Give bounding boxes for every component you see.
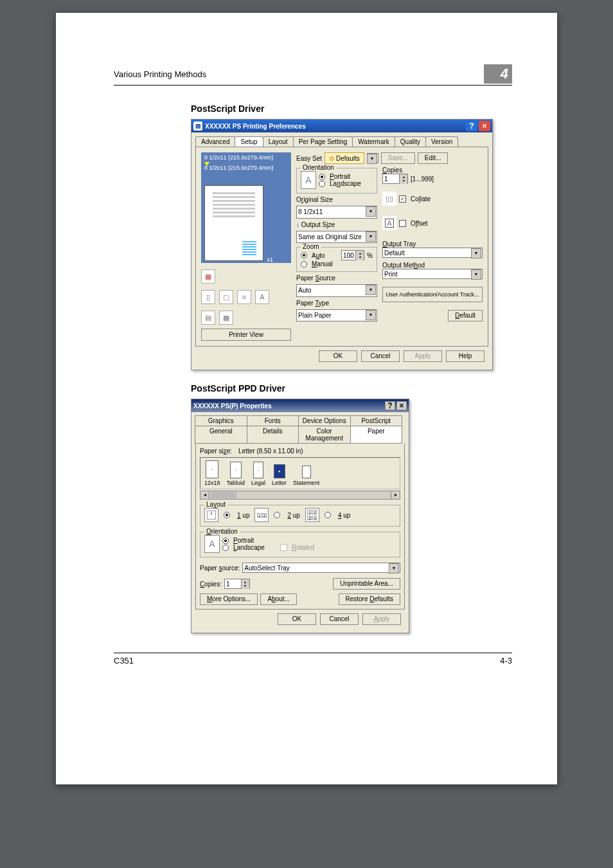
size-tabloid[interactable]: ·Tabloid [227, 462, 245, 486]
section-title-1: PostScript Driver [191, 104, 512, 114]
tab-paper[interactable]: Paper [350, 426, 403, 444]
tab-details[interactable]: Details [247, 426, 299, 444]
down-arrow-icon [204, 162, 209, 166]
paper-source-select-2[interactable]: AutoSelect Tray [242, 563, 400, 573]
preview-icon-7[interactable]: ▦ [219, 311, 233, 325]
tab-layout[interactable]: Layout [263, 136, 294, 147]
paper-type-label: Paper Type [296, 300, 377, 307]
zoom-spinner[interactable]: 100 [341, 250, 364, 260]
preview-icon-3[interactable]: ▢ [219, 290, 233, 304]
nup-2-icon: 12 [254, 508, 269, 522]
close-icon[interactable]: × [479, 121, 490, 131]
zoom-legend: Zoom [301, 243, 321, 250]
unprintable-button[interactable]: Unprintable Area... [333, 578, 400, 590]
save-button[interactable]: Save... [381, 152, 415, 164]
ok-button[interactable]: OK [319, 350, 357, 362]
scroll-left-icon[interactable]: ◂ [200, 491, 209, 499]
nup-4-label: 4 up [338, 512, 350, 519]
help-icon-2[interactable]: ? [385, 401, 395, 410]
size-12x18[interactable]: ·12x18 [204, 460, 220, 486]
preview-icon-2[interactable]: ▯ [201, 290, 215, 304]
offset-checkbox[interactable] [399, 220, 406, 227]
size-letter[interactable]: ▪Letter [272, 464, 287, 486]
tab-perpage[interactable]: Per Page Setting [293, 136, 353, 147]
cancel-button[interactable]: Cancel [361, 350, 400, 362]
output-size-select[interactable]: Same as Original Size [296, 231, 377, 244]
tab-row: Advanced Setup Layout Per Page Setting W… [195, 136, 488, 147]
page-footer: C351 4-3 [114, 653, 512, 665]
zoom-auto-label: Auto [312, 252, 325, 259]
preview-icon-5[interactable]: A [255, 290, 269, 304]
size-statement[interactable]: Statement [293, 466, 319, 486]
apply-button[interactable]: Apply [404, 350, 442, 362]
easy-set-dropdown[interactable] [367, 153, 378, 163]
portrait-radio-2[interactable] [222, 538, 229, 544]
output-method-select[interactable]: Print [382, 269, 483, 279]
original-size-label: Original Size [296, 196, 377, 203]
preview-icon-1[interactable]: ▦ [201, 269, 215, 284]
output-tray-select[interactable]: Default [382, 248, 483, 258]
zoom-manual-radio[interactable] [301, 261, 307, 267]
output-size-label: ↓ Output Size [296, 221, 377, 228]
defaults-button[interactable]: ✿Defaults [324, 152, 364, 164]
tab-setup[interactable]: Setup [235, 136, 263, 147]
tab-graphics[interactable]: Graphics [195, 415, 247, 426]
help-icon[interactable]: ? [466, 121, 477, 131]
copies-spinner[interactable]: 1 [382, 174, 408, 184]
nup-4-radio[interactable] [324, 512, 331, 518]
landscape-radio-2[interactable] [222, 545, 229, 551]
scroll-right-icon[interactable]: ▸ [391, 491, 400, 499]
help-button[interactable]: Help [446, 350, 484, 362]
tab-postscript[interactable]: PostScript [350, 415, 403, 426]
tab-advanced[interactable]: Advanced [195, 136, 235, 147]
paper-source-select[interactable]: Auto [296, 284, 377, 297]
paper-size-value: Letter (8.50 x 11.00 in) [238, 448, 303, 455]
nup-1-radio[interactable] [224, 512, 230, 518]
cancel-button-2[interactable]: Cancel [320, 613, 359, 625]
tab-version[interactable]: Version [425, 136, 458, 147]
edit-button[interactable]: Edit... [418, 152, 449, 164]
paper-source-label-2: Paper source: [200, 565, 240, 572]
tab-quality[interactable]: Quality [395, 136, 426, 147]
titlebar-2: XXXXXX PS(P) Properties ? × [191, 399, 409, 412]
nup-2-label: 2 up [287, 512, 299, 519]
size-scrollbar[interactable]: ◂ ▸ [200, 491, 400, 500]
collate-checkbox[interactable] [399, 195, 406, 203]
ok-button-2[interactable]: OK [278, 613, 316, 625]
user-auth-button[interactable]: User Authentication/Account Track... [382, 287, 483, 302]
scroll-thumb[interactable] [211, 492, 236, 498]
size-legal[interactable]: ·Legal [251, 462, 265, 486]
portrait-radio[interactable] [319, 174, 325, 180]
more-options-button[interactable]: More Options... [200, 593, 258, 605]
tab-device-options[interactable]: Device Options [298, 415, 351, 426]
app-icon: ▤ [193, 122, 202, 131]
landscape-radio[interactable] [319, 181, 325, 187]
grid-icon [242, 241, 256, 255]
copies-range: [1...999] [411, 176, 434, 183]
tab-watermark[interactable]: Watermark [352, 136, 395, 147]
tab-row-2: Graphics Fonts Device Options PostScript… [195, 416, 405, 444]
paper-type-select[interactable]: Plain Paper [296, 309, 377, 322]
preview-icon-4[interactable]: ≡ [237, 290, 251, 304]
restore-defaults-button[interactable]: Restore Defaults [339, 593, 401, 605]
rotated-checkbox [280, 544, 287, 551]
nup-1-label: 1 up [237, 512, 249, 519]
window-title-2: XXXXXX PS(P) Properties [193, 402, 272, 410]
running-header: Various Printing Methods 4 [114, 64, 512, 86]
nup-2-radio[interactable] [274, 512, 280, 518]
close-icon-2[interactable]: × [396, 401, 407, 410]
tab-fonts[interactable]: Fonts [247, 415, 299, 426]
tab-color[interactable]: Color Management [298, 426, 351, 444]
printer-view-button[interactable]: Printer View [201, 329, 291, 341]
default-button[interactable]: Default [448, 310, 483, 321]
original-size-select[interactable]: 8 1/2x11 [296, 206, 377, 219]
apply-button-2[interactable]: Apply [362, 613, 401, 625]
copies-spinner-2[interactable]: 1 [224, 579, 250, 589]
preview-icon-6[interactable]: ▤ [201, 311, 215, 325]
zoom-auto-radio[interactable] [301, 252, 307, 258]
tab-general[interactable]: General [195, 426, 247, 444]
copies-label-2: Copies: [200, 581, 222, 588]
portrait-label: Portrait [330, 173, 350, 180]
nup-1-icon: 1 [204, 508, 218, 522]
about-button[interactable]: About... [260, 593, 296, 605]
